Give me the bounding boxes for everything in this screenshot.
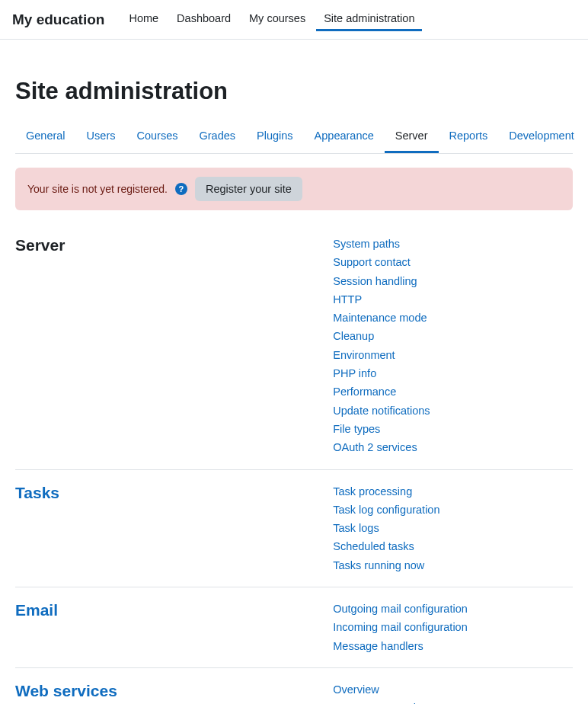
link-scheduled-tasks[interactable]: Scheduled tasks xyxy=(333,539,573,554)
section-email: EmailOutgoing mail configurationIncoming… xyxy=(15,587,573,668)
nav-home[interactable]: Home xyxy=(121,8,166,31)
link-update-notifications[interactable]: Update notifications xyxy=(333,403,573,418)
section-links: System pathsSupport contactSession handl… xyxy=(333,236,573,456)
link-maintenance-mode[interactable]: Maintenance mode xyxy=(333,310,573,325)
tab-general[interactable]: General xyxy=(15,120,76,153)
site-brand[interactable]: My education xyxy=(12,11,104,28)
tab-courses[interactable]: Courses xyxy=(126,120,188,153)
tab-server[interactable]: Server xyxy=(385,120,439,153)
section-title-server: Server xyxy=(15,236,333,456)
tab-reports[interactable]: Reports xyxy=(439,120,499,153)
nav-my-courses[interactable]: My courses xyxy=(241,8,313,31)
section-links: OverviewAPI DocumentationExternal servic… xyxy=(333,682,573,704)
page-title: Site administration xyxy=(15,78,573,105)
registration-alert: Your site is not yet registered. ? Regis… xyxy=(15,168,573,210)
section-title-tasks[interactable]: Tasks xyxy=(15,484,333,573)
section-links: Task processingTask log configurationTas… xyxy=(333,484,573,573)
nav-dashboard[interactable]: Dashboard xyxy=(169,8,238,31)
tab-development[interactable]: Development xyxy=(498,120,584,153)
alert-text: Your site is not yet registered. xyxy=(27,183,168,195)
link-task-logs[interactable]: Task logs xyxy=(333,520,573,536)
link-message-handlers[interactable]: Message handlers xyxy=(333,638,573,654)
link-oauth-2-services[interactable]: OAuth 2 services xyxy=(333,440,573,455)
link-session-handling[interactable]: Session handling xyxy=(333,274,573,289)
section-title-email[interactable]: Email xyxy=(15,601,333,654)
link-outgoing-mail-configuration[interactable]: Outgoing mail configuration xyxy=(333,601,573,616)
link-performance[interactable]: Performance xyxy=(333,384,573,399)
link-api-documentation[interactable]: API Documentation xyxy=(333,700,573,704)
help-icon[interactable]: ? xyxy=(175,183,187,195)
link-file-types[interactable]: File types xyxy=(333,421,573,437)
link-cleanup[interactable]: Cleanup xyxy=(333,328,573,344)
tab-grades[interactable]: Grades xyxy=(188,120,246,153)
link-task-processing[interactable]: Task processing xyxy=(333,484,573,499)
link-environment[interactable]: Environment xyxy=(333,347,573,363)
section-tasks: TasksTask processingTask log configurati… xyxy=(15,470,573,587)
link-system-paths[interactable]: System paths xyxy=(333,236,573,251)
section-title-web-services[interactable]: Web services xyxy=(15,682,333,704)
link-tasks-running-now[interactable]: Tasks running now xyxy=(333,558,573,573)
link-support-contact[interactable]: Support contact xyxy=(333,254,573,270)
link-overview[interactable]: Overview xyxy=(333,682,573,697)
tab-users[interactable]: Users xyxy=(76,120,126,153)
section-links: Outgoing mail configurationIncoming mail… xyxy=(333,601,573,654)
tab-appearance[interactable]: Appearance xyxy=(304,120,385,153)
primary-nav: HomeDashboardMy coursesSite administrati… xyxy=(121,8,422,31)
nav-site-administration[interactable]: Site administration xyxy=(316,8,422,31)
link-php-info[interactable]: PHP info xyxy=(333,366,573,381)
register-site-button[interactable]: Register your site xyxy=(195,177,302,201)
link-task-log-configuration[interactable]: Task log configuration xyxy=(333,502,573,517)
section-server: ServerSystem pathsSupport contactSession… xyxy=(15,222,573,470)
section-web-services: Web servicesOverviewAPI DocumentationExt… xyxy=(15,668,573,704)
link-http[interactable]: HTTP xyxy=(333,292,573,307)
sections-wrapper: ServerSystem pathsSupport contactSession… xyxy=(15,222,573,704)
top-bar: My education HomeDashboardMy coursesSite… xyxy=(0,0,588,40)
tab-plugins[interactable]: Plugins xyxy=(246,120,304,153)
admin-tabs: GeneralUsersCoursesGradesPluginsAppearan… xyxy=(15,120,573,154)
link-incoming-mail-configuration[interactable]: Incoming mail configuration xyxy=(333,619,573,635)
main-container: Site administration GeneralUsersCoursesG… xyxy=(5,40,583,704)
